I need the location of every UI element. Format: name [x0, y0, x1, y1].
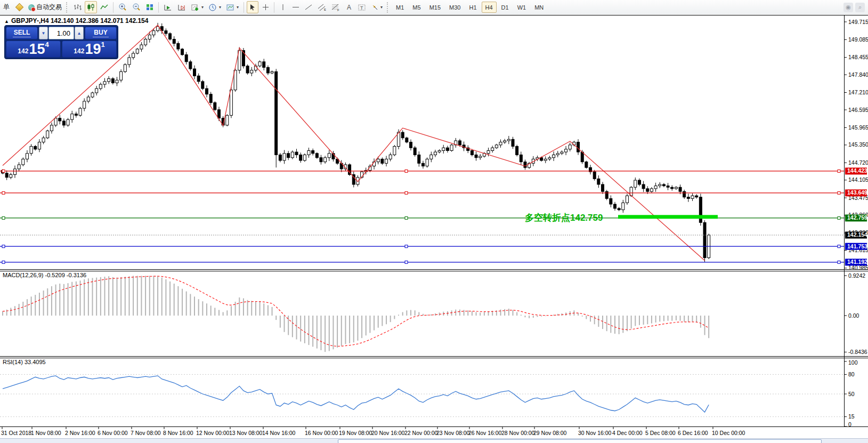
- timeframe-h1[interactable]: H1: [465, 2, 480, 13]
- crosshair-icon: [262, 4, 269, 11]
- svg-text:145.350: 145.350: [848, 141, 868, 148]
- toolbar-separator: [113, 2, 113, 13]
- timeframe-m15[interactable]: M15: [426, 2, 444, 13]
- svg-text:19 Nov 08:00: 19 Nov 08:00: [339, 430, 372, 436]
- timeframe-group: M1M5M15M30H1H4D1W1MN: [392, 2, 548, 13]
- svg-text:2 Nov 16:00: 2 Nov 16:00: [65, 430, 95, 436]
- text-icon: A: [346, 4, 352, 11]
- svg-text:142.154: 142.154: [847, 231, 867, 238]
- tile-windows-button[interactable]: [144, 1, 156, 13]
- sell-button[interactable]: SELL: [6, 27, 38, 39]
- trendline-button[interactable]: [303, 1, 314, 13]
- timeframe-h4[interactable]: H4: [482, 2, 497, 13]
- buy-price-button[interactable]: 142 19 1: [62, 41, 117, 58]
- chart-canvas[interactable]: 149.715149.085148.455147.840147.210146.5…: [0, 0, 868, 443]
- text-button[interactable]: A: [343, 1, 355, 13]
- svg-text:100: 100: [848, 359, 858, 366]
- arrows-button[interactable]: ▾: [369, 1, 385, 13]
- chart-shift-button[interactable]: [175, 1, 188, 13]
- svg-text:4 Dec 00:00: 4 Dec 00:00: [612, 430, 643, 436]
- text-label-button[interactable]: T: [356, 1, 368, 13]
- template-icon: [226, 4, 234, 11]
- line-chart-button[interactable]: [98, 1, 110, 13]
- metaeditor-button[interactable]: [13, 1, 25, 13]
- svg-text:144.105: 144.105: [848, 176, 868, 183]
- cursor-icon: [249, 4, 256, 11]
- svg-text:8 Nov 16:00: 8 Nov 16:00: [163, 430, 193, 436]
- volume-increase-button[interactable]: ▲: [75, 27, 84, 39]
- metaeditor-icon: [15, 3, 23, 12]
- svg-text:141.192: 141.192: [847, 259, 867, 265]
- timeframe-mn[interactable]: MN: [531, 2, 547, 13]
- auto-scroll-icon: [164, 4, 172, 11]
- scrollbar-thumb[interactable]: [338, 439, 822, 443]
- symbol-ohlc-text: GBPJPY-,H4 142.140 142.386 142.071 142.1…: [11, 17, 149, 25]
- svg-text:10 Dec 00:00: 10 Dec 00:00: [712, 430, 745, 436]
- symbol-title: ▲GBPJPY-,H4 142.140 142.386 142.071 142.…: [4, 17, 148, 25]
- svg-text:16 Nov 00:00: 16 Nov 00:00: [305, 430, 338, 436]
- vertical-line-button[interactable]: [277, 1, 289, 13]
- timeframe-m30[interactable]: M30: [445, 2, 464, 13]
- toolbar: 单 自动交易: [0, 0, 868, 14]
- indicators-icon: [191, 4, 199, 11]
- fibonacci-icon: F: [331, 4, 340, 11]
- svg-text:80: 80: [848, 371, 855, 377]
- svg-text:14 Nov 16:00: 14 Nov 16:00: [262, 430, 296, 436]
- svg-text:149.085: 149.085: [848, 36, 868, 43]
- svg-text:141.753: 141.753: [847, 243, 867, 249]
- buy-button[interactable]: BUY: [85, 27, 117, 39]
- crosshair-button[interactable]: [259, 1, 271, 13]
- auto-scroll-button[interactable]: [161, 1, 174, 13]
- search-icon[interactable]: ⌕: [855, 3, 865, 12]
- horizontal-scrollbar[interactable]: [0, 438, 868, 443]
- channel-button[interactable]: E: [315, 1, 328, 13]
- toolbar-separator: [158, 2, 159, 13]
- community-icon[interactable]: ◉: [843, 3, 853, 12]
- chart-shift-icon: [177, 4, 186, 11]
- bar-chart-button[interactable]: [71, 1, 84, 13]
- fibonacci-button[interactable]: F: [329, 1, 342, 13]
- svg-text:147.210: 147.210: [848, 89, 868, 95]
- zoom-out-button[interactable]: [130, 1, 143, 13]
- new-order-label: 单: [3, 3, 10, 12]
- horizontal-line-icon: [292, 4, 299, 11]
- pivot-annotation: 多空转折点142.759: [525, 212, 603, 224]
- horizontal-line-button[interactable]: [290, 1, 302, 13]
- toolbar-grip: [387, 2, 390, 13]
- indicators-button[interactable]: ▾: [189, 1, 206, 13]
- sell-price-small: 142: [18, 47, 28, 55]
- timeframe-m5[interactable]: M5: [409, 2, 424, 13]
- svg-text:149.715: 149.715: [848, 19, 868, 25]
- sell-price-button[interactable]: 142 15 4: [6, 41, 61, 58]
- dropdown-arrow-icon: ▾: [237, 5, 239, 10]
- sell-price-big: 15: [29, 42, 45, 56]
- buy-price-sup: 1: [101, 41, 104, 49]
- svg-text:13 Nov 08:00: 13 Nov 08:00: [229, 430, 263, 436]
- new-order-button[interactable]: 单: [1, 1, 12, 13]
- templates-button[interactable]: ▾: [224, 1, 241, 13]
- svg-text:T: T: [360, 5, 363, 11]
- dropdown-arrow-icon: ▾: [380, 5, 383, 10]
- svg-text:22 Nov 00:00: 22 Nov 00:00: [404, 430, 438, 436]
- volume-input[interactable]: 1.00: [48, 27, 74, 39]
- candlestick-chart-button[interactable]: [85, 1, 97, 13]
- vertical-line-icon: [280, 4, 286, 11]
- timeframe-m1[interactable]: M1: [392, 2, 408, 13]
- line-chart-icon: [100, 4, 108, 11]
- svg-text:50: 50: [848, 391, 855, 397]
- volume-decrease-button[interactable]: ▼: [39, 27, 48, 39]
- cursor-button[interactable]: [247, 1, 258, 13]
- timeframe-w1[interactable]: W1: [514, 2, 530, 13]
- svg-text:1 Nov 08:00: 1 Nov 08:00: [31, 430, 61, 436]
- periods-button[interactable]: ▾: [207, 1, 223, 13]
- panel-collapse-arrow[interactable]: ▲: [4, 19, 9, 24]
- zoom-in-button[interactable]: [116, 1, 129, 13]
- dropdown-arrow-icon: ▾: [219, 5, 221, 10]
- autotrading-button[interactable]: 自动交易: [26, 1, 64, 13]
- timeframe-d1[interactable]: D1: [498, 2, 513, 13]
- svg-text:28 Nov 00:00: 28 Nov 00:00: [501, 430, 535, 436]
- autotrading-icon: [28, 4, 35, 11]
- svg-text:31 Oct 2018: 31 Oct 2018: [1, 430, 31, 436]
- one-click-trading-panel: SELL ▼ 1.00 ▲ BUY 142 15 4 142 19 1: [4, 25, 118, 59]
- zoom-out-icon: [132, 3, 141, 11]
